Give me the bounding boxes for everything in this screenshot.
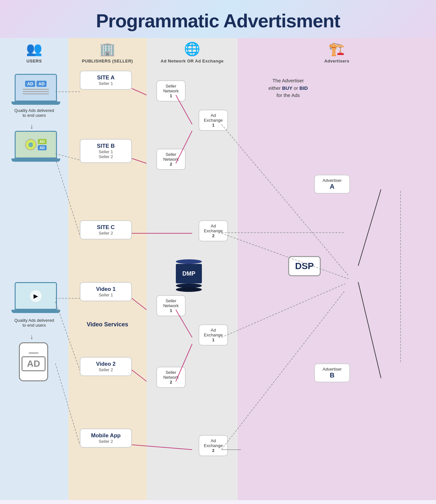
- advertiser-a-box: AdvertiserA: [314, 175, 350, 194]
- header: Programmatic Advertisment: [0, 0, 436, 38]
- ad-exchange-1a: AdExchange1: [199, 110, 228, 131]
- video2-box: Video 2 Seller 2: [80, 357, 132, 376]
- publishers-label: PUBLISHERS (SELLER): [82, 59, 133, 63]
- phone-device: AD: [19, 342, 48, 381]
- diagram: 👥 USERS AD AD Quality Ads deliveredto: [0, 38, 436, 500]
- seller-network-1b: SellerNetwork1: [156, 295, 186, 316]
- ad-exchange-1b: AdExchange1: [199, 324, 228, 346]
- mobile-app-box: Mobile App Seller 2: [80, 429, 132, 448]
- seller-network-2a: SellerNetwork2: [156, 149, 186, 170]
- col-users: 👥 USERS AD AD Quality Ads deliveredto: [0, 38, 68, 500]
- quality-ads-label-2: Quality Ads deliveredto end users: [2, 318, 67, 328]
- site-c-box: SITE C Seller 2: [80, 220, 132, 239]
- dmp-container: DMP: [176, 259, 202, 292]
- network-icon: 🌐: [184, 41, 200, 57]
- col-network: 🌐 Ad Network OR Ad Exchange SellerNetwor…: [147, 38, 238, 500]
- quality-ads-label-1: Quality Ads deliveredto end users: [2, 108, 67, 118]
- laptop-device-1: AD AD: [11, 74, 60, 105]
- advertisers-label: Advertisers: [324, 59, 349, 63]
- publishers-icon: 🏢: [99, 41, 116, 57]
- users-icon: 👥: [26, 41, 42, 57]
- arrow-down-2: ↓: [30, 333, 34, 341]
- col-advertisers: 🏗️ Advertisers The Advertisereither BUY …: [238, 38, 436, 500]
- laptop-device-2: 🌀 AD AD: [11, 131, 60, 162]
- advertiser-b-box: AdvertiserB: [314, 363, 350, 382]
- site-b-box: SITE B Seller 1Seller 2: [80, 139, 132, 163]
- video1-box: Video 1 Seller 1: [80, 282, 132, 301]
- arrow-down-1: ↓: [30, 122, 34, 130]
- page-title: Programmatic Advertisment: [7, 10, 429, 32]
- advertisers-icon: 🏗️: [329, 41, 345, 57]
- laptop-device-3: ▶: [11, 282, 60, 313]
- dsp-box: DSP: [288, 256, 321, 276]
- network-label: Ad Network OR Ad Exchange: [161, 59, 223, 63]
- seller-network-2b: SellerNetwork2: [156, 367, 186, 388]
- advertiser-note: The Advertisereither BUY or BIDfor the A…: [244, 77, 332, 99]
- seller-network-1a: SellerNetwork1: [156, 80, 186, 102]
- users-label: USERS: [26, 59, 42, 63]
- site-a-box: SITE A Seller 1: [80, 71, 132, 90]
- ad-exchange-2a: AdExchange2: [199, 220, 228, 241]
- col-publishers: 🏢 PUBLISHERS (SELLER) SITE A Seller 1 SI…: [68, 38, 147, 500]
- ad-exchange-2b: AdExchange2: [199, 435, 228, 456]
- video-services-label: Video Services: [72, 321, 143, 328]
